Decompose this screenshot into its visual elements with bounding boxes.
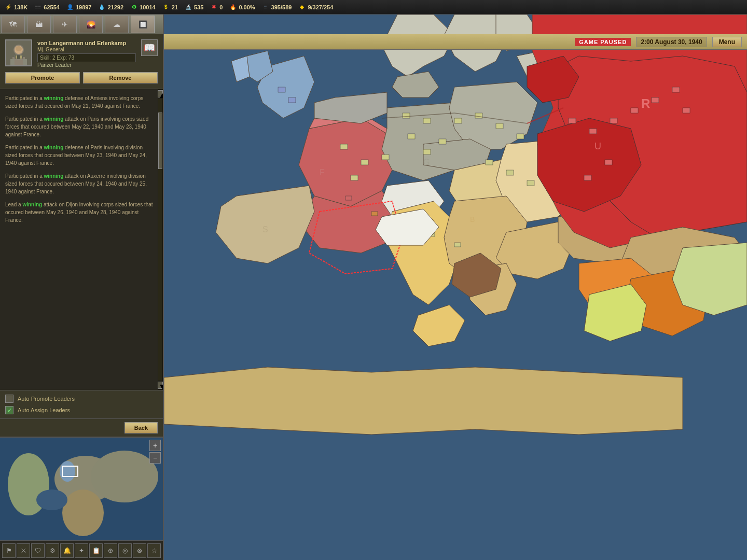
bottom-icon-1[interactable]: ⚔ bbox=[17, 543, 30, 558]
zoom-in-button[interactable]: + bbox=[149, 440, 161, 451]
fog-map-button[interactable]: ☁ bbox=[105, 16, 129, 33]
red-unit-8 bbox=[605, 160, 612, 165]
leader-panel: von Langermann und Erlenkamp Mj. General… bbox=[0, 34, 163, 89]
air-map-button[interactable]: ✈ bbox=[53, 16, 77, 33]
leader-info: von Langermann und Erlenkamp Mj. General… bbox=[37, 39, 136, 68]
balkans-label: B bbox=[470, 215, 475, 223]
manpower-value: 19897 bbox=[76, 4, 92, 10]
unit-marker-7 bbox=[439, 139, 446, 144]
svg-point-13 bbox=[62, 489, 104, 536]
svg-point-6 bbox=[16, 46, 22, 51]
back-button[interactable]: Back bbox=[125, 422, 158, 433]
unit-marker-8 bbox=[454, 118, 462, 123]
uk-unit-2 bbox=[288, 97, 296, 103]
scroll-down-btn[interactable]: ▼ bbox=[158, 382, 163, 389]
unit-marker-6 bbox=[423, 149, 431, 155]
gold-icon: ◆ bbox=[298, 3, 306, 11]
bottom-icon-2[interactable]: 🛡 bbox=[31, 543, 45, 558]
political-map-button[interactable]: 🗺 bbox=[1, 16, 25, 33]
red-unit-2 bbox=[589, 129, 597, 134]
bottom-icon-0[interactable]: ⚑ bbox=[2, 543, 16, 558]
flag-icon: ✖ bbox=[210, 3, 218, 11]
fuel-value: 21292 bbox=[107, 4, 123, 10]
bottom-icon-5[interactable]: ✦ bbox=[75, 543, 88, 558]
svg-rect-8 bbox=[16, 55, 17, 59]
units-map-button[interactable]: 🔲 bbox=[131, 16, 155, 33]
research-value: 535 bbox=[194, 4, 203, 10]
red-unit-1 bbox=[569, 118, 576, 123]
mini-map-display[interactable] bbox=[0, 438, 163, 540]
combat-log: Participated in a winning defense of Ami… bbox=[0, 89, 163, 390]
svg-point-14 bbox=[91, 451, 158, 502]
red-unit-3 bbox=[610, 118, 617, 123]
unit-marker-1 bbox=[340, 144, 348, 149]
flag-value: 0 bbox=[219, 4, 223, 10]
leader-stats: Skill: 2 Exp: 73 bbox=[37, 53, 136, 62]
scroll-up-btn[interactable]: ▲ bbox=[158, 90, 163, 97]
leader-book-icon[interactable]: 📖 bbox=[141, 39, 158, 56]
money-icon: $ bbox=[162, 3, 170, 11]
bottom-icon-bar: ⚑ ⚔ 🛡 ⚙ 🔔 ✦ 📋 ⊕ ◎ ⊗ ☆ bbox=[0, 540, 163, 560]
north-africa-region bbox=[164, 367, 683, 435]
bottom-icon-8[interactable]: ◎ bbox=[118, 543, 132, 558]
svg-point-16 bbox=[36, 489, 67, 510]
mini-map-controls: + − bbox=[149, 440, 161, 464]
energy-value: 138K bbox=[14, 4, 27, 10]
unit-marker-11 bbox=[475, 113, 482, 118]
terrain-map-button[interactable]: 🏔 bbox=[27, 16, 51, 33]
date-display: 2:00 August 30, 1940 bbox=[636, 37, 707, 47]
log-entry-1: Participated in a winning defense of Ami… bbox=[5, 94, 156, 110]
fuel-resource: 💧 21292 bbox=[98, 3, 123, 11]
auto-assign-row: Auto Assign Leaders bbox=[5, 406, 158, 414]
auto-promote-checkbox[interactable] bbox=[5, 395, 13, 403]
auto-promote-label: Auto Promote Leaders bbox=[18, 396, 75, 402]
auto-assign-label: Auto Assign Leaders bbox=[18, 407, 70, 413]
zoom-out-button[interactable]: − bbox=[149, 452, 161, 464]
svg-rect-3 bbox=[10, 59, 15, 65]
bottom-icon-4[interactable]: 🔔 bbox=[60, 543, 74, 558]
landscape-map-button[interactable]: 🌄 bbox=[79, 16, 103, 33]
energy-resource: ⚡ 138K bbox=[4, 3, 27, 11]
bottom-icon-10[interactable]: ☆ bbox=[147, 543, 161, 558]
game-paused-label: GAME PAUSED bbox=[575, 38, 631, 46]
leader-name: von Langermann und Erlenkamp bbox=[37, 39, 136, 47]
flag-resource: ✖ 0 bbox=[210, 3, 223, 11]
leader-trait: Panzer Leader bbox=[37, 62, 136, 68]
unit-marker-15 bbox=[506, 170, 514, 175]
unit-marker-10 bbox=[423, 118, 431, 123]
bottom-icon-3[interactable]: ⚙ bbox=[46, 543, 59, 558]
winning-word-5: winning bbox=[22, 202, 42, 207]
gold-resource: ◆ 9/327/254 bbox=[298, 3, 333, 11]
units-icon: ≡ bbox=[261, 3, 270, 11]
ammo-icon: ≡≡ bbox=[34, 3, 42, 11]
bottom-icon-7[interactable]: ⊕ bbox=[104, 543, 117, 558]
bottom-icon-9[interactable]: ⊗ bbox=[133, 543, 146, 558]
auto-assign-checkbox[interactable] bbox=[5, 406, 13, 414]
unit-small-5 bbox=[454, 243, 461, 247]
winning-word-3: winning bbox=[44, 145, 64, 150]
log-entry-5: Lead a winning attack on Dijon involving… bbox=[5, 201, 156, 224]
map-svg[interactable]: R U G F B S bbox=[164, 15, 747, 560]
svg-rect-4 bbox=[23, 59, 27, 65]
bottom-icon-6[interactable]: 📋 bbox=[89, 543, 103, 558]
log-entry-2: Participated in a winning attack on Pari… bbox=[5, 115, 156, 138]
promote-button[interactable]: Promote bbox=[5, 72, 80, 83]
fuel-icon: 💧 bbox=[98, 3, 106, 11]
red-unit-7 bbox=[683, 108, 690, 113]
svg-rect-9 bbox=[20, 55, 22, 59]
remove-button[interactable]: Remove bbox=[83, 72, 158, 83]
manpower-icon: 👤 bbox=[66, 3, 74, 11]
money-value: 21 bbox=[172, 4, 178, 10]
supply-value: 10014 bbox=[140, 4, 156, 10]
morale-resource: 🔥 0.00% bbox=[229, 3, 255, 11]
menu-button[interactable]: Menu bbox=[712, 37, 742, 47]
spain-label: S bbox=[262, 225, 268, 234]
unit-marker-2 bbox=[361, 160, 368, 165]
log-entry-4: Participated in a winning attack on Auxe… bbox=[5, 172, 156, 195]
morale-value: 0.00% bbox=[239, 4, 255, 10]
gold-value: 9/327/254 bbox=[308, 4, 333, 10]
status-bar: GAME PAUSED 2:00 August 30, 1940 Menu bbox=[164, 34, 747, 50]
winning-word-2: winning bbox=[44, 116, 64, 122]
unit-small-2 bbox=[371, 212, 378, 216]
main-map-area[interactable]: R U G F B S bbox=[164, 15, 747, 560]
